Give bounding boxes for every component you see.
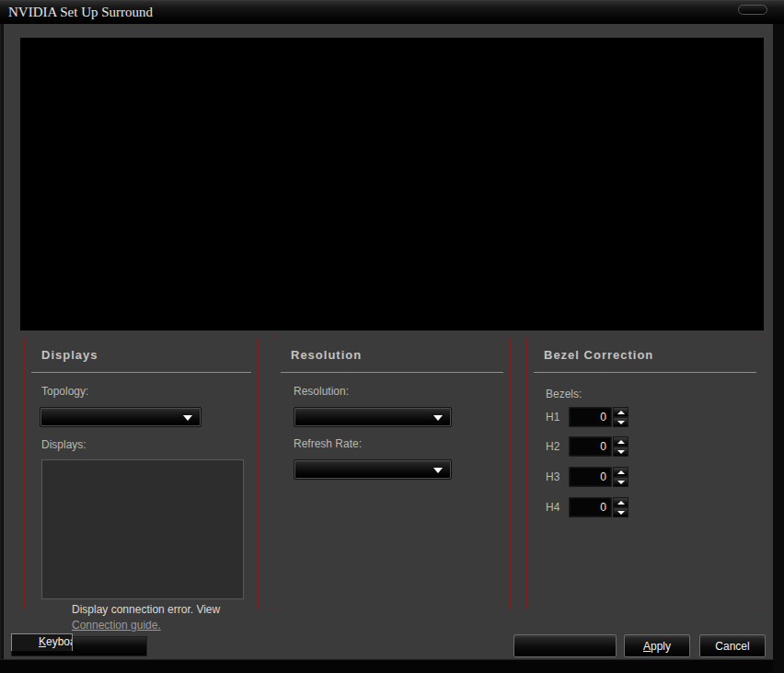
- minimize-button[interactable]: [738, 5, 767, 15]
- arrow-up-icon: [617, 470, 625, 474]
- refresh-rate-label: Refresh Rate:: [294, 437, 362, 450]
- blank-button[interactable]: [513, 634, 617, 657]
- resolution-section-title: Resolution: [291, 348, 362, 362]
- surround-setup-window: NVIDIA Set Up Surround Displays Topology…: [0, 0, 784, 673]
- displays-list-label: Displays:: [41, 438, 86, 451]
- spinner-up-button[interactable]: [613, 497, 628, 507]
- section-separator: [31, 372, 251, 373]
- bezel-h2-spinner: [613, 436, 628, 457]
- bezel-h2-input[interactable]: [569, 436, 612, 457]
- window-title: NVIDIA Set Up Surround: [8, 1, 153, 24]
- section-separator: [281, 372, 503, 373]
- apply-button[interactable]: Apply: [624, 634, 690, 657]
- window-right-edge: [773, 24, 784, 673]
- arrow-up-icon: [617, 501, 625, 505]
- display-error-text: Display connection error. View: [72, 603, 220, 616]
- chevron-down-icon: [433, 468, 443, 473]
- spinner-down-button[interactable]: [613, 417, 628, 427]
- bezel-h4-spinner: [613, 497, 628, 517]
- arrow-down-icon: [617, 421, 625, 424]
- bezel-h1-input[interactable]: [569, 407, 612, 427]
- apply-button-label: Apply: [643, 640, 671, 653]
- bezel-h4-input[interactable]: [569, 497, 612, 517]
- spinner-up-button[interactable]: [613, 407, 628, 417]
- keyboard-button-label: Keyboa: [39, 635, 73, 648]
- displays-section: Displays Topology: Displays:: [24, 336, 259, 609]
- cancel-button[interactable]: Cancel: [699, 634, 766, 657]
- keyboard-button[interactable]: Keyboa: [11, 633, 73, 651]
- resolution-dropdown[interactable]: [294, 407, 452, 427]
- bezel-h1-spinner: [613, 407, 628, 427]
- bezel-h1-label: H1: [546, 407, 568, 427]
- bezels-label: Bezels:: [546, 388, 582, 400]
- resolution-section: Resolution Resolution: Refresh Rate:: [273, 336, 511, 609]
- section-separator: [534, 372, 756, 373]
- connection-guide-link[interactable]: Connection guide.: [72, 619, 161, 632]
- bezel-correction-section: Bezel Correction Bezels: H1 H2 H3 H4: [526, 336, 764, 609]
- bezel-h4-label: H4: [546, 497, 568, 517]
- bezel-h2-label: H2: [546, 436, 568, 457]
- refresh-rate-dropdown[interactable]: [294, 459, 452, 480]
- displays-listbox[interactable]: [41, 459, 244, 599]
- bezel-section-title: Bezel Correction: [544, 348, 653, 362]
- arrow-down-icon: [617, 481, 625, 484]
- arrow-up-icon: [617, 411, 625, 414]
- spinner-up-button[interactable]: [613, 436, 628, 447]
- arrow-down-icon: [617, 511, 625, 515]
- displays-section-title: Displays: [41, 348, 98, 362]
- bezel-h3-label: H3: [546, 467, 568, 487]
- arrow-up-icon: [617, 440, 625, 444]
- chevron-down-icon: [183, 415, 192, 421]
- surround-preview-canvas: [20, 38, 764, 331]
- spinner-down-button[interactable]: [613, 447, 628, 457]
- window-bottom-edge: [0, 659, 784, 673]
- cancel-button-label: Cancel: [715, 640, 749, 653]
- arrow-down-icon: [617, 450, 625, 454]
- titlebar[interactable]: NVIDIA Set Up Surround: [0, 0, 784, 24]
- resolution-label: Resolution:: [294, 385, 349, 398]
- bezel-h3-spinner: [613, 467, 628, 487]
- topology-dropdown[interactable]: [40, 407, 202, 427]
- bezel-h3-input[interactable]: [569, 467, 612, 487]
- spinner-down-button[interactable]: [613, 507, 628, 517]
- spinner-down-button[interactable]: [613, 477, 628, 487]
- topology-label: Topology:: [41, 385, 88, 398]
- chevron-down-icon: [433, 415, 443, 421]
- spinner-up-button[interactable]: [613, 467, 628, 477]
- display-error-block: Display connection error. View Connectio…: [68, 601, 224, 632]
